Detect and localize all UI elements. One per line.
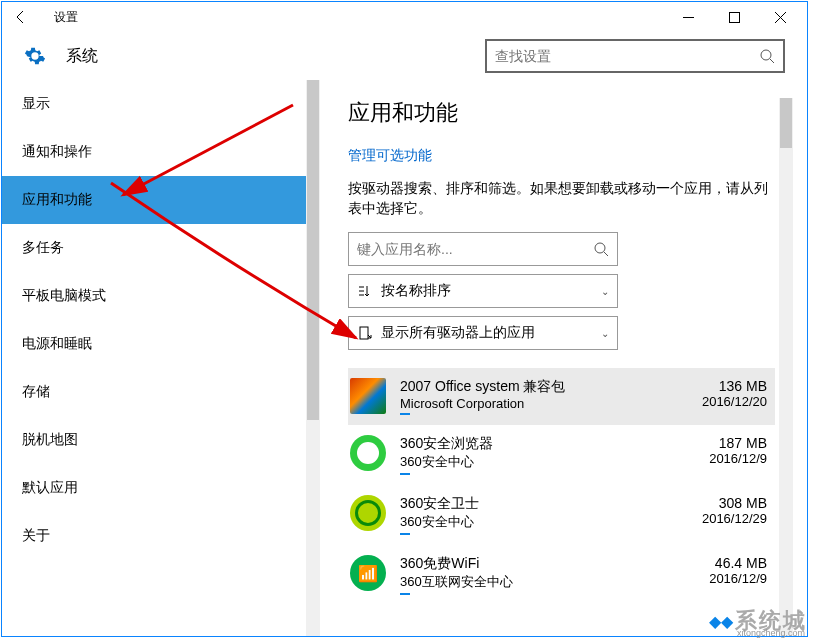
close-button[interactable] — [757, 2, 803, 32]
sort-label: 按名称排序 — [381, 282, 601, 300]
app-item[interactable]: 360免费WiFi 360互联网安全中心 46.4 MB 2016/12/9 — [348, 545, 775, 605]
sidebar-item-storage[interactable]: 存储 — [2, 368, 320, 416]
sidebar-item-multitasking[interactable]: 多任务 — [2, 224, 320, 272]
search-icon — [593, 241, 609, 257]
svg-point-4 — [761, 50, 771, 60]
app-name: 360安全浏览器 — [400, 435, 667, 453]
app-publisher: 360安全中心 — [400, 453, 667, 471]
filter-dropdown[interactable]: 显示所有驱动器上的应用 ⌄ — [348, 316, 618, 350]
chevron-down-icon: ⌄ — [601, 328, 609, 339]
app-search-input[interactable] — [357, 241, 593, 257]
search-icon — [759, 48, 775, 64]
app-icon — [350, 495, 386, 531]
search-box[interactable] — [485, 39, 785, 73]
back-button[interactable] — [6, 2, 36, 32]
app-item[interactable]: 360安全卫士 360安全中心 308 MB 2016/12/29 — [348, 485, 775, 545]
minimize-button[interactable] — [665, 2, 711, 32]
app-storage-bar — [400, 593, 410, 595]
app-publisher: 360安全中心 — [400, 513, 667, 531]
sort-dropdown[interactable]: 按名称排序 ⌄ — [348, 274, 618, 308]
app-publisher: 360互联网安全中心 — [400, 573, 667, 591]
sidebar-item-power-sleep[interactable]: 电源和睡眠 — [2, 320, 320, 368]
app-storage-bar — [400, 533, 410, 535]
app-search-box[interactable] — [348, 232, 618, 266]
drive-icon — [357, 325, 373, 341]
svg-point-6 — [595, 243, 605, 253]
app-icon — [350, 555, 386, 591]
app-size: 187 MB — [667, 435, 767, 451]
filter-label: 显示所有驱动器上的应用 — [381, 324, 601, 342]
chevron-down-icon: ⌄ — [601, 286, 609, 297]
sidebar-item-about[interactable]: 关于 — [2, 512, 320, 560]
window-title: 设置 — [54, 9, 78, 26]
app-publisher: Microsoft Corporation — [400, 396, 667, 411]
app-list: 2007 Office system 兼容包 Microsoft Corpora… — [348, 368, 775, 605]
sort-icon — [357, 283, 373, 299]
maximize-button[interactable] — [711, 2, 757, 32]
sidebar-item-apps-features[interactable]: 应用和功能 — [2, 176, 320, 224]
sidebar-item-tablet-mode[interactable]: 平板电脑模式 — [2, 272, 320, 320]
sidebar-scrollbar[interactable] — [306, 80, 320, 636]
sidebar-item-default-apps[interactable]: 默认应用 — [2, 464, 320, 512]
gear-icon — [24, 45, 46, 67]
sidebar-item-notifications[interactable]: 通知和操作 — [2, 128, 320, 176]
sidebar-item-display[interactable]: 显示 — [2, 80, 320, 128]
content-scrollbar[interactable] — [779, 98, 793, 636]
sidebar-item-offline-maps[interactable]: 脱机地图 — [2, 416, 320, 464]
watermark: ◆◆ 系统城 xitongcheng.com — [709, 606, 807, 636]
app-name: 360免费WiFi — [400, 555, 667, 573]
app-date: 2016/12/29 — [667, 511, 767, 526]
app-date: 2016/12/9 — [667, 451, 767, 466]
app-item[interactable]: 360安全浏览器 360安全中心 187 MB 2016/12/9 — [348, 425, 775, 485]
svg-rect-12 — [360, 327, 368, 339]
app-size: 136 MB — [667, 378, 767, 394]
svg-rect-1 — [729, 12, 739, 22]
svg-line-7 — [604, 252, 608, 256]
app-date: 2016/12/20 — [667, 394, 767, 409]
page-title: 应用和功能 — [348, 98, 775, 128]
description-text: 按驱动器搜索、排序和筛选。如果想要卸载或移动一个应用，请从列表中选择它。 — [348, 179, 775, 218]
app-storage-bar — [400, 473, 410, 475]
manage-optional-features-link[interactable]: 管理可选功能 — [348, 147, 432, 165]
app-item[interactable]: 2007 Office system 兼容包 Microsoft Corpora… — [348, 368, 775, 425]
search-input[interactable] — [495, 48, 759, 64]
sidebar: 显示 通知和操作 应用和功能 多任务 平板电脑模式 电源和睡眠 存储 脱机地图 … — [2, 80, 320, 636]
app-icon — [350, 435, 386, 471]
app-size: 308 MB — [667, 495, 767, 511]
app-date: 2016/12/9 — [667, 571, 767, 586]
app-storage-bar — [400, 413, 410, 415]
app-name: 2007 Office system 兼容包 — [400, 378, 667, 396]
header-title: 系统 — [66, 46, 98, 67]
app-size: 46.4 MB — [667, 555, 767, 571]
svg-line-5 — [770, 59, 774, 63]
app-icon — [350, 378, 386, 414]
app-name: 360安全卫士 — [400, 495, 667, 513]
